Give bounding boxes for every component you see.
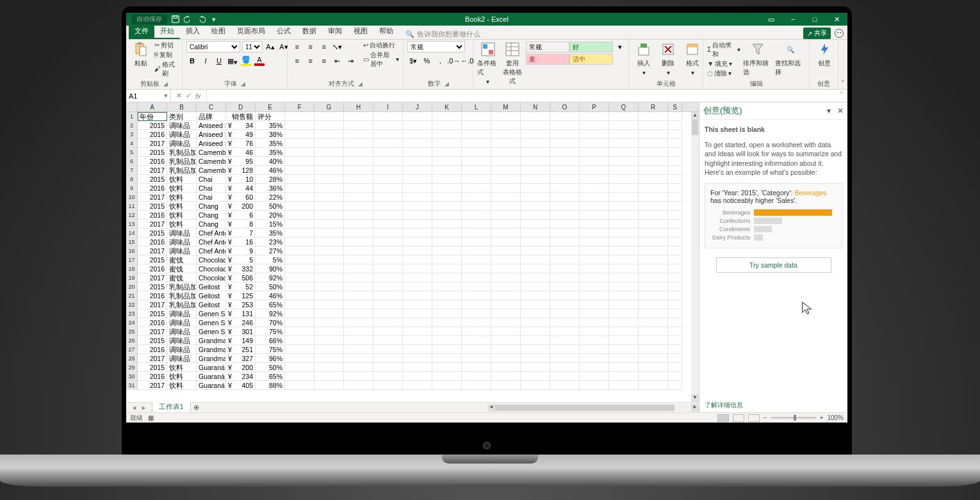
row-header[interactable]: 5 (126, 148, 138, 157)
cell[interactable] (639, 327, 668, 336)
select-all-corner[interactable] (126, 102, 138, 111)
cell[interactable] (580, 139, 609, 148)
cell[interactable] (491, 157, 521, 166)
column-header[interactable]: G (314, 102, 344, 111)
cell[interactable] (373, 229, 403, 238)
cell[interactable] (609, 327, 639, 336)
ribbon-tab-4[interactable]: 页面布局 (231, 24, 271, 39)
cell[interactable] (373, 193, 403, 202)
row-header[interactable]: 20 (126, 282, 138, 291)
cell[interactable] (344, 121, 373, 130)
format-cells-button[interactable]: 格式▾ (682, 41, 703, 76)
cell[interactable] (373, 336, 403, 345)
cell[interactable]: 50% (256, 282, 285, 291)
cell[interactable] (462, 148, 491, 157)
cell[interactable] (580, 381, 609, 390)
cell[interactable]: 乳制品加 (167, 148, 197, 157)
cell[interactable]: 2017 (138, 327, 167, 336)
cell[interactable] (491, 238, 521, 246)
cell[interactable]: 38% (256, 130, 285, 139)
cell[interactable]: ¥200 (226, 202, 256, 211)
cell[interactable] (432, 336, 462, 345)
cell[interactable] (668, 157, 682, 166)
cell[interactable] (491, 193, 521, 202)
cell[interactable] (609, 175, 639, 184)
cell[interactable] (521, 291, 550, 300)
cell[interactable]: ¥253 (226, 300, 256, 309)
cell[interactable]: 2016 (138, 264, 167, 273)
row-header[interactable]: 4 (126, 139, 138, 148)
cell[interactable] (432, 381, 462, 390)
cell[interactable]: 销售额 (226, 112, 256, 121)
cell[interactable] (491, 246, 521, 255)
cell[interactable] (609, 112, 639, 121)
cell[interactable]: 调味品 (167, 309, 197, 318)
cell[interactable] (432, 363, 462, 372)
cell[interactable]: Camembe (197, 166, 226, 175)
cell[interactable] (639, 255, 668, 264)
cell[interactable] (314, 282, 344, 291)
cell[interactable] (580, 238, 609, 246)
dialog-launcher-icon[interactable]: ◢ (241, 81, 245, 87)
font-color-button[interactable]: A (254, 55, 265, 67)
cell[interactable] (462, 300, 491, 309)
cell[interactable]: 40% (256, 157, 285, 166)
vertical-scrollbar[interactable]: ▲ ▼ (691, 112, 699, 402)
cell[interactable]: 乳制品加 (167, 166, 197, 175)
cell[interactable] (432, 255, 462, 264)
cell[interactable] (373, 255, 403, 264)
cell[interactable] (344, 336, 373, 345)
scroll-up-icon[interactable]: ▲ (691, 112, 699, 120)
cell[interactable] (314, 363, 344, 372)
cell[interactable] (462, 291, 491, 300)
cell[interactable] (344, 211, 373, 220)
row-header[interactable]: 10 (126, 193, 138, 202)
cell[interactable] (639, 148, 668, 157)
cell[interactable]: 75% (256, 327, 285, 336)
cell[interactable] (344, 220, 373, 229)
cell[interactable]: 饮料 (167, 175, 197, 184)
cell[interactable]: 乳制品加 (167, 157, 197, 166)
cell[interactable] (462, 255, 491, 264)
conditional-formatting-button[interactable]: 条件格式▾ (477, 41, 499, 85)
cell[interactable] (668, 184, 682, 193)
ribbon-tab-2[interactable]: 插入 (180, 24, 206, 39)
cell[interactable] (639, 112, 668, 121)
cell[interactable] (403, 363, 432, 372)
row-header[interactable]: 24 (126, 318, 138, 327)
cell[interactable] (314, 309, 344, 318)
cell[interactable] (609, 211, 639, 220)
cell[interactable] (609, 354, 639, 363)
cell[interactable] (521, 372, 550, 381)
cell[interactable] (639, 318, 668, 327)
cell[interactable] (609, 193, 639, 202)
cell[interactable] (550, 139, 580, 148)
align-center-icon[interactable]: ≡ (305, 55, 316, 67)
cell[interactable] (668, 139, 682, 148)
cell[interactable]: 23% (256, 238, 285, 246)
cell[interactable]: ¥234 (226, 372, 256, 381)
cell[interactable] (432, 121, 462, 130)
cell[interactable] (373, 345, 403, 354)
cell[interactable] (668, 282, 682, 291)
cell[interactable] (639, 282, 668, 291)
cell[interactable] (521, 184, 550, 193)
cell[interactable]: 2017 (138, 166, 167, 175)
cell[interactable] (285, 336, 314, 345)
cell[interactable] (521, 130, 550, 139)
cell[interactable] (373, 211, 403, 220)
cell[interactable] (521, 300, 550, 309)
style-good[interactable]: 好 (569, 42, 613, 52)
cell[interactable] (521, 112, 550, 121)
cell[interactable] (668, 336, 682, 345)
cell[interactable] (521, 193, 550, 202)
cell[interactable] (668, 264, 682, 273)
cell[interactable] (403, 238, 432, 246)
cell[interactable]: ¥7 (226, 229, 256, 238)
cell[interactable] (285, 229, 314, 238)
cell[interactable] (285, 193, 314, 202)
cell[interactable] (609, 372, 639, 381)
cell[interactable] (521, 246, 550, 255)
italic-button[interactable]: I (200, 55, 211, 67)
cell[interactable]: Geitost (197, 291, 226, 300)
